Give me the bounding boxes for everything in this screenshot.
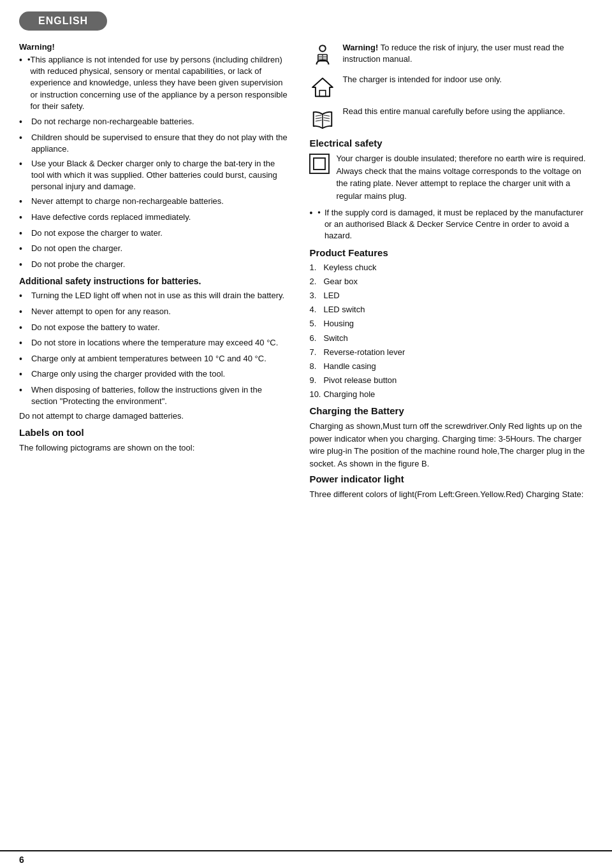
page-number: 6 [19,855,24,865]
warning-intro-item: • This appliance is not intended for use… [19,54,288,112]
main-bullet-item: Do not recharge non-rechargeable batteri… [19,116,288,129]
labels-heading: Labels on tool [19,427,288,438]
svg-rect-10 [320,90,326,97]
main-bullet-item: Never attempt to charge non-rechargeable… [19,196,288,208]
feature-item: 6.Switch [309,333,593,344]
right-column: Warning! To reduce the risk of injury, t… [303,42,593,505]
feature-item: 8.Handle casing [309,361,593,372]
additional-bullet-item: Charge only at ambient temperatures betw… [19,353,288,366]
header-pill: ENGLISH [0,0,612,42]
electrical-safety-heading: Electrical safety [309,138,593,148]
svg-line-15 [324,115,330,117]
read-manual-row: Read this entire manual carefully before… [309,106,593,133]
charger-indoor-text: The charger is intended for indoor use o… [342,74,593,85]
additional-bullet-item: When disposing of batteries, follow the … [19,384,288,407]
main-bullets: Do not recharge non-rechargeable batteri… [19,116,288,271]
warning-intro-text: This appliance is not intended for use b… [30,54,288,112]
read-manual-icon [309,106,336,133]
svg-line-13 [316,118,322,119]
main-bullet-item: Children should be supervised to ensure … [19,132,288,155]
additional-bullet-item: Charge only using the charger provided w… [19,368,288,381]
additional-heading: Additional safety instructions for batte… [19,276,288,286]
charger-indoor-row: The charger is intended for indoor use o… [309,74,593,101]
left-column: Warning! • This appliance is not intende… [19,42,303,505]
feature-item: 2.Gear box [309,276,593,287]
main-content: Warning! • This appliance is not intende… [0,42,612,505]
labels-text: The following pictograms are shown on th… [19,442,288,454]
warning-icon [309,42,336,69]
additional-bullet-item: Do not expose the battery to water. [19,322,288,335]
page-container: ENGLISH Warning! • This appliance is not… [0,0,612,868]
feature-item: 3.LED [309,290,593,301]
power-indicator-text: Three different colors of light(From Lef… [309,488,593,501]
feature-item: 1.Keyless chuck [309,262,593,273]
svg-line-16 [324,118,330,119]
warning-icon-row: Warning! To reduce the risk of injury, t… [309,42,593,69]
warning-bold-label: Warning! [342,43,378,52]
product-features-heading: Product Features [309,247,593,258]
header-label: ENGLISH [19,11,107,31]
double-insulation-icon [309,154,330,174]
main-bullet-item: Have defective cords replaced immediatel… [19,212,288,224]
additional-bullet-item: Do not store in locations where the temp… [19,337,288,350]
electrical-safety-block: Your charger is double insulated; theref… [309,152,593,202]
double-insulation-inner [313,157,326,170]
main-bullet-item: Do not open the charger. [19,243,288,256]
feature-item: 4.LED switch [309,304,593,315]
product-features-list: 1.Keyless chuck2.Gear box3.LED4.LED swit… [309,262,593,401]
power-indicator-heading: Power indicator light [309,474,593,484]
additional-bullets: Turning the LED light off when not in us… [19,290,288,407]
feature-item: 5.Housing [309,318,593,329]
supply-cord-item: • If the supply cord is damaged, it must… [309,207,593,242]
additional-bullet-item: Never attempt to open for any reason. [19,306,288,319]
svg-marker-9 [313,78,333,97]
feature-item: 9.Pivot release button [309,375,593,386]
bottom-bar: 6 [0,850,612,868]
svg-line-14 [316,120,322,122]
no-attempt-text: Do not attempt to charge damaged batteri… [19,411,288,421]
supply-cord-text: If the supply cord is damaged, it must b… [324,207,593,242]
charger-indoor-icon [309,74,336,101]
charging-heading: Charging the Battery [309,405,593,416]
feature-item: 10.Charging hole [309,389,593,400]
svg-point-0 [320,45,326,52]
main-bullet-item: Use your Black & Decker charger only to … [19,158,288,193]
warning-heading: Warning! [19,42,288,52]
warning-intro-list: • This appliance is not intended for use… [19,54,288,112]
read-manual-text: Read this entire manual carefully before… [342,106,593,117]
warning-icon-text: Warning! To reduce the risk of injury, t… [342,42,593,65]
electrical-safety-text: Your charger is double insulated; theref… [336,152,593,202]
feature-item: 7.Reverse-rotation lever [309,347,593,358]
svg-line-17 [324,120,330,122]
main-bullet-item: Do not probe the charger. [19,259,288,271]
svg-line-12 [316,115,322,117]
additional-bullet-item: Turning the LED light off when not in us… [19,290,288,303]
main-bullet-item: Do not expose the charger to water. [19,228,288,240]
supply-cord-list: • If the supply cord is damaged, it must… [309,207,593,242]
charging-text: Charging as shown,Must turn off the scre… [309,420,593,470]
